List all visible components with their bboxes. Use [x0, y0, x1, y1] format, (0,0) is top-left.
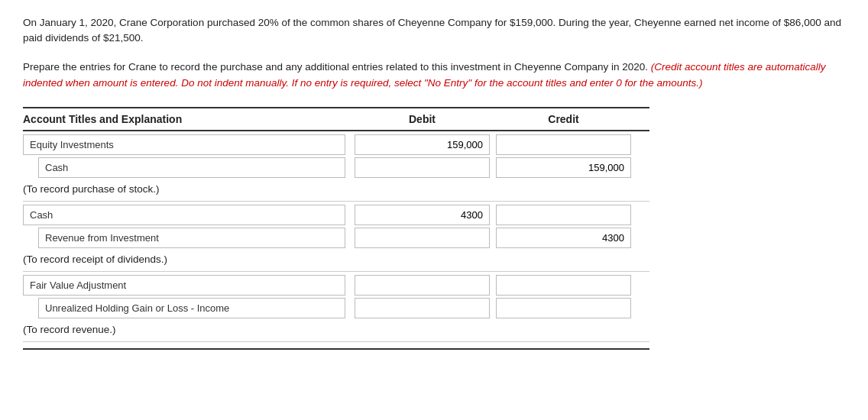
account-cell-1b [23, 157, 351, 178]
debit-input-3a[interactable] [355, 275, 490, 296]
debit-input-2a[interactable] [355, 205, 490, 225]
note-row-3: (To record revenue.) [23, 321, 649, 342]
paragraph2-prefix: Prepare the entries for Crane to record … [23, 61, 651, 73]
credit-input-1a[interactable] [496, 134, 631, 155]
credit-input-3a[interactable] [496, 275, 631, 296]
debit-cell-1b [351, 157, 493, 178]
credit-cell-1a [493, 134, 634, 155]
debit-header: Debit [351, 113, 493, 125]
entry-group-2: (To record receipt of dividends.) [23, 205, 649, 272]
entry-group-1: (To record purchase of stock.) [23, 134, 649, 202]
account-input-1b[interactable] [38, 157, 345, 178]
debit-cell-3a [351, 275, 493, 296]
credit-cell-2b [493, 228, 634, 248]
account-header: Account Titles and Explanation [23, 113, 351, 125]
table-row [23, 205, 649, 225]
account-cell-2b [23, 228, 351, 248]
paragraph2: Prepare the entries for Crane to record … [23, 59, 845, 92]
debit-cell-2a [351, 205, 493, 225]
debit-input-1b[interactable] [355, 157, 490, 178]
credit-cell-3b [493, 298, 634, 318]
note-text-1: (To record purchase of stock.) [23, 183, 160, 195]
note-row-1: (To record purchase of stock.) [23, 180, 649, 202]
debit-cell-2b [351, 228, 493, 248]
note-text-3: (To record revenue.) [23, 324, 116, 335]
account-input-3b[interactable] [38, 298, 345, 318]
account-cell-1a [23, 134, 351, 155]
intro-section: On January 1, 2020, Crane Corporation pu… [23, 15, 845, 92]
account-cell-3a [23, 275, 351, 296]
credit-input-2b[interactable] [496, 228, 631, 248]
account-input-3a[interactable] [23, 275, 345, 296]
table-row [23, 275, 649, 296]
debit-cell-3b [351, 298, 493, 318]
entry-group-3: (To record revenue.) [23, 275, 649, 342]
account-input-2a[interactable] [23, 205, 345, 225]
credit-header: Credit [493, 113, 634, 125]
credit-input-1b[interactable] [496, 157, 631, 178]
table-header: Account Titles and Explanation Debit Cre… [23, 107, 649, 131]
paragraph1: On January 1, 2020, Crane Corporation pu… [23, 15, 845, 47]
table-bottom-border [23, 348, 649, 350]
account-cell-2a [23, 205, 351, 225]
account-cell-3b [23, 298, 351, 318]
note-row-2: (To record receipt of dividends.) [23, 250, 649, 272]
table-row [23, 228, 649, 248]
debit-input-2b[interactable] [355, 228, 490, 248]
table-row [23, 134, 649, 155]
journal-table: Account Titles and Explanation Debit Cre… [23, 107, 649, 350]
credit-cell-3a [493, 275, 634, 296]
debit-input-3b[interactable] [355, 298, 490, 318]
table-row [23, 298, 649, 318]
credit-input-2a[interactable] [496, 205, 631, 225]
credit-cell-2a [493, 205, 634, 225]
account-input-2b[interactable] [38, 228, 345, 248]
table-row [23, 157, 649, 178]
account-input-1a[interactable] [23, 134, 345, 155]
credit-cell-1b [493, 157, 634, 178]
debit-input-1a[interactable] [355, 134, 490, 155]
note-text-2: (To record receipt of dividends.) [23, 254, 167, 265]
debit-cell-1a [351, 134, 493, 155]
credit-input-3b[interactable] [496, 298, 631, 318]
